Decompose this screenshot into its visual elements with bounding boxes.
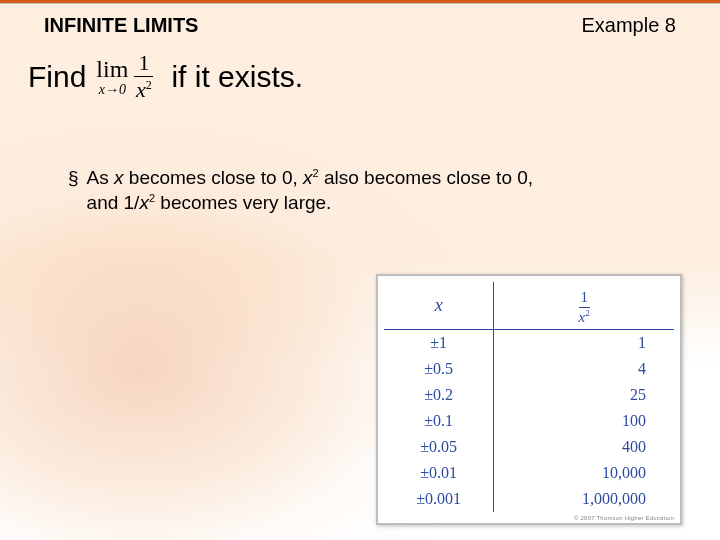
slide: INFINITE LIMITS Example 8 Find lim x→0 1… <box>0 0 720 540</box>
bt5: becomes very large. <box>155 192 331 213</box>
bullet-text: As x becomes close to 0, x2 also becomes… <box>87 166 534 216</box>
table-row: ±0.0110,000 <box>384 460 674 486</box>
values-table: x 1 x2 ±11 ±0.54 ±0.225 ±0.1100 ±0.05400 <box>384 282 674 512</box>
bullet-marker: § <box>68 166 79 216</box>
bt3: also becomes close to 0, <box>319 167 533 188</box>
hdr-den: x2 <box>579 308 590 325</box>
lim-subscript: x→0 <box>99 83 126 97</box>
cell-v: 100 <box>494 408 674 434</box>
hdr-num: 1 <box>580 290 588 307</box>
cell-v: 10,000 <box>494 460 674 486</box>
hdr-den-exp: 2 <box>585 308 590 318</box>
lim-text: lim <box>96 57 128 81</box>
cell-x: ±0.01 <box>384 460 494 486</box>
section-title: INFINITE LIMITS <box>44 14 198 37</box>
den-exp: 2 <box>146 78 152 92</box>
table-row: ±0.1100 <box>384 408 674 434</box>
fraction-numerator: 1 <box>134 52 153 76</box>
fraction: 1 x2 <box>134 52 153 101</box>
col-header-x: x <box>384 282 494 330</box>
values-table-frame: x 1 x2 ±11 ±0.54 ±0.225 ±0.1100 ±0.05400 <box>376 274 682 525</box>
cell-x: ±1 <box>384 330 494 357</box>
example-label: Example 8 <box>582 14 677 37</box>
problem-statement: Find lim x→0 1 x2 if it exists. <box>28 52 690 101</box>
table-row: ±11 <box>384 330 674 357</box>
table-row: ±0.54 <box>384 356 674 382</box>
col-header-fx: 1 x2 <box>494 282 674 330</box>
cell-x: ±0.001 <box>384 486 494 512</box>
cell-x: ±0.1 <box>384 408 494 434</box>
cell-v: 400 <box>494 434 674 460</box>
cell-x: ±0.05 <box>384 434 494 460</box>
cell-v: 25 <box>494 382 674 408</box>
prompt-tail: if it exists. <box>171 60 303 94</box>
bt4: and 1/ <box>87 192 140 213</box>
fraction-denominator: x2 <box>136 77 152 101</box>
find-word: Find <box>28 60 86 94</box>
table-header-row: x 1 x2 <box>384 282 674 330</box>
cell-x: ±0.5 <box>384 356 494 382</box>
lim-sub-arrow: → <box>105 82 119 97</box>
header-fraction: 1 x2 <box>579 290 590 325</box>
den-base: x <box>136 77 146 102</box>
cell-v: 1 <box>494 330 674 357</box>
limit-operator: lim x→0 <box>96 57 128 97</box>
bt-var-x: x <box>114 167 124 188</box>
cell-v: 4 <box>494 356 674 382</box>
cell-v: 1,000,000 <box>494 486 674 512</box>
table-row: ±0.225 <box>384 382 674 408</box>
bt2: becomes close to 0, <box>124 167 304 188</box>
cell-x: ±0.2 <box>384 382 494 408</box>
accent-border <box>0 0 720 3</box>
explanation-bullet: § As x becomes close to 0, x2 also becom… <box>68 166 662 216</box>
bt-inv-base: x <box>139 192 149 213</box>
bt-xsq-base: x <box>303 167 313 188</box>
table-row: ±0.0011,000,000 <box>384 486 674 512</box>
table-copyright: © 2007 Thomson Higher Education <box>384 512 674 521</box>
limit-expression: lim x→0 1 x2 <box>96 52 153 101</box>
table-row: ±0.05400 <box>384 434 674 460</box>
lim-sub-val: 0 <box>119 82 126 97</box>
bt1: As <box>87 167 114 188</box>
header: INFINITE LIMITS Example 8 <box>44 14 676 37</box>
